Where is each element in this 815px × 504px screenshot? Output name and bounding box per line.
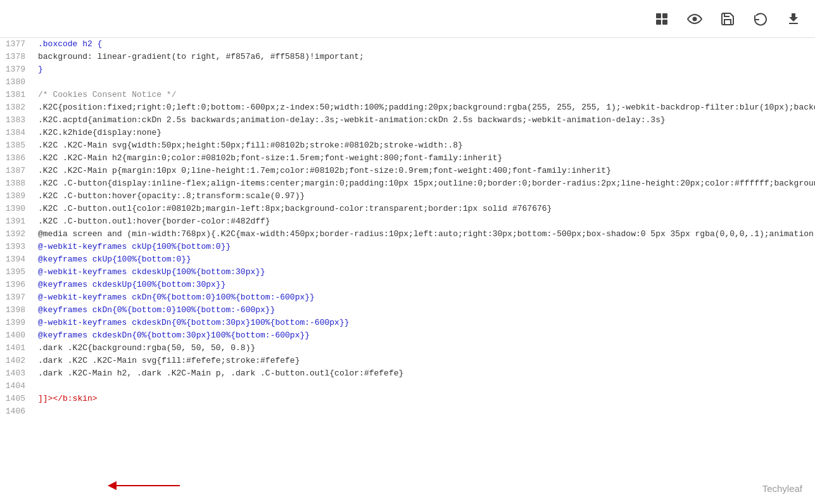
line-number: 1387 [0,165,33,177]
svg-rect-2 [656,20,661,25]
code-line: background: linear-gradient(to right, #f… [38,51,815,63]
undo-icon[interactable] [752,10,769,28]
code-line: @media screen and (min-width:768px){.K2C… [38,228,815,241]
svg-rect-0 [656,13,661,18]
code-line [38,405,815,418]
code-line: .K2C.acptd{animation:ckDn 2.5s backwards… [38,114,815,127]
code-line: .K2C.k2hide{display:none} [38,127,815,139]
line-number: 1401 [0,342,33,355]
line-number: 1398 [0,304,33,317]
line-number: 1381 [0,89,33,101]
save-disk-icon[interactable] [719,10,736,28]
code-line: @-webkit-keyframes ckDn{0%{bottom:0}100%… [38,291,815,304]
code-line: @-webkit-keyframes ckUp{100%{bottom:0}} [38,241,815,253]
code-line: @keyframes ckdeskUp{100%{bottom:30px}} [38,279,815,291]
svg-rect-3 [662,20,667,25]
line-number: 1382 [0,101,33,114]
code-line: .dark .K2C-Main h2, .dark .K2C-Main p, .… [38,367,815,380]
code-line: } [38,63,815,76]
code-line: @keyframes ckDn{0%{bottom:0}100%{bottom:… [38,304,815,317]
arrow-annotation [108,481,180,490]
line-number: 1383 [0,114,33,127]
code-line: .K2C .K2C-Main svg{width:50px;height:50p… [38,139,815,152]
code-line: /* Cookies Consent Notice */ [38,89,815,101]
line-number: 1380 [0,76,33,89]
line-number: 1399 [0,317,33,329]
grid-icon[interactable] [653,10,671,28]
code-editor: 1377137813791380138113821383138413851386… [0,38,815,504]
line-number: 1395 [0,266,33,279]
line-number: 1402 [0,355,33,367]
line-number: 1400 [0,329,33,342]
svg-rect-1 [662,13,667,18]
code-line: .K2C .C-button:hover{opacity:.8;transfor… [38,190,815,203]
line-number: 1388 [0,177,33,190]
line-number: 1379 [0,63,33,76]
line-number: 1392 [0,228,33,241]
download-icon[interactable] [785,10,802,28]
line-number: 1385 [0,139,33,152]
line-number: 1394 [0,253,33,266]
watermark: Techyleaf [762,483,802,494]
eye-icon[interactable] [686,10,704,28]
code-line: .K2C .K2C-Main p{margin:10px 0;line-heig… [38,165,815,177]
code-line: ]]></b:skin> [38,393,815,405]
svg-point-4 [693,16,697,21]
line-number: 1397 [0,291,33,304]
code-line: .K2C{position:fixed;right:0;left:0;botto… [38,101,815,114]
line-number: 1384 [0,127,33,139]
line-number: 1393 [0,241,33,253]
line-number: 1404 [0,380,33,393]
arrow-line [117,485,180,486]
code-line [38,380,815,393]
line-number: 1405 [0,393,33,405]
code-line: .boxcode h2 { [38,38,815,51]
code-line: @-webkit-keyframes ckdeskUp{100%{bottom:… [38,266,815,279]
line-number: 1396 [0,279,33,291]
line-number: 1386 [0,152,33,165]
code-line [38,76,815,89]
code-line: .K2C .K2C-Main h2{margin:0;color:#08102b… [38,152,815,165]
arrow-head-icon [108,481,117,490]
code-content[interactable]: .boxcode h2 {background: linear-gradient… [33,38,815,504]
code-line: .K2C .C-button.outl{color:#08102b;margin… [38,203,815,215]
line-number: 1377 [0,38,33,51]
code-line: .dark .K2C .K2C-Main svg{fill:#fefefe;st… [38,355,815,367]
code-line: .K2C .C-button{display:inline-flex;align… [38,177,815,190]
line-number: 1378 [0,51,33,63]
line-number: 1391 [0,215,33,228]
line-number: 1390 [0,203,33,215]
code-line: @-webkit-keyframes ckdeskDn{0%{bottom:30… [38,317,815,329]
line-number: 1406 [0,405,33,418]
line-number: 1403 [0,367,33,380]
code-line: @keyframes ckUp{100%{bottom:0}} [38,253,815,266]
line-number: 1389 [0,190,33,203]
code-line: .dark .K2C{background:rgba(50, 50, 50, 0… [38,342,815,355]
toolbar [0,0,815,38]
line-numbers: 1377137813791380138113821383138413851386… [0,38,33,504]
code-line: @keyframes ckdeskDn{0%{bottom:30px}100%{… [38,329,815,342]
code-line: .K2C .C-button.outl:hover{border-color:#… [38,215,815,228]
